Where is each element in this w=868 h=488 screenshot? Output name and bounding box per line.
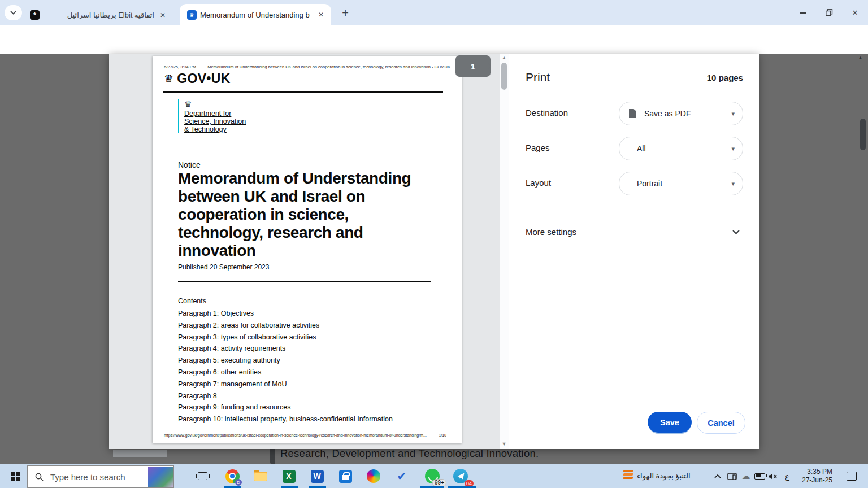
search-highlight-artwork[interactable] [148,467,173,487]
minimize-icon [800,12,806,14]
settings-divider [509,206,759,206]
taskbar-copilot[interactable] [364,464,383,488]
todo-check-icon: ✔ [397,469,407,483]
scrollbar-thumb[interactable] [501,63,507,90]
chevron-up-icon [714,474,721,478]
weather-widget-label[interactable]: التنبؤ بجودة الهواء [637,464,691,488]
contents-item: Paragraph 5: executing authority [178,356,393,368]
pdf-file-icon [629,109,636,118]
task-view-icon [198,472,207,480]
print-preview-area: 6/27/25, 3:34 PM Memorandum of Understan… [109,54,509,449]
pages-dropdown[interactable]: All ▾ [619,137,743,160]
taskbar-whatsapp[interactable]: 99+ [423,464,442,488]
document-kicker: Notice [178,160,201,169]
page-scrollbar-thumb [860,119,866,150]
layout-label: Layout [526,172,551,194]
onedrive-error-icon[interactable]: ☁ [739,464,753,488]
destination-label: Destination [526,102,568,124]
action-center-button[interactable] [843,464,860,488]
dropdown-caret-icon: ▾ [731,180,735,188]
layout-dropdown[interactable]: Portrait ▾ [619,172,743,195]
title-rule [178,281,431,282]
restore-icon [826,9,833,16]
save-button[interactable]: Save [648,412,692,433]
dimmed-quote-bar [270,447,275,464]
input-language-indicator[interactable]: ع [781,464,793,488]
tray-date: 27-Jun-25 [794,476,832,485]
browser-toolbar: ← → ↻ www.gov.uk/government/publications… [0,25,868,54]
copilot-icon [367,469,380,483]
preview-scrollbar[interactable]: ▲ ▼ [500,54,509,449]
taskbar-search-box[interactable]: Type here to search [27,465,174,488]
more-settings-row[interactable]: More settings [509,221,759,243]
printed-page-header: 6/27/25, 3:34 PM Memorandum of Understan… [164,64,450,69]
tab-title: اتفاقية Elbit بريطانيا اسرائيل [43,11,154,19]
page-scrollbar-up-icon: ▲ [858,55,863,60]
cancel-button[interactable]: Cancel [697,412,745,434]
battery-icon[interactable] [753,464,766,488]
royal-crest-icon: ♛ [184,99,255,110]
tray-expand-button[interactable] [711,464,724,488]
taskbar-store[interactable] [336,464,355,488]
start-button[interactable] [5,464,27,488]
tab-elbit[interactable]: * اتفاقية Elbit بريطانيا اسرائيل ✕ [25,5,173,25]
taskbar-word[interactable]: W [307,464,327,488]
destination-dropdown[interactable]: Save as PDF ▾ [619,102,743,125]
close-tab-icon[interactable]: ✕ [316,10,326,20]
chevron-down-icon [732,230,740,234]
window-controls: ✕ [790,0,868,25]
printed-time: 6/27/25, 3:34 PM [164,64,196,69]
taskbar-excel[interactable]: X [279,464,298,488]
published-date: Published 20 September 2023 [178,263,269,271]
new-tab-button[interactable]: + [337,5,353,21]
chatgpt-favicon: * [30,10,40,20]
close-tab-icon[interactable]: ✕ [158,10,168,20]
taskbar-todo[interactable]: ✔ [392,464,411,488]
contents-list: Paragraph 1: ObjectivesParagraph 2: area… [178,310,393,427]
your-phone-icon[interactable] [725,464,739,488]
print-settings-panel: Print 10 pages Destination Save as PDF ▾… [509,54,759,449]
contents-heading: Contents [178,297,206,305]
tab-memorandum-active[interactable]: ♛ Memorandum of Understanding b ✕ [180,4,331,25]
windows-logo-icon [11,472,20,481]
word-icon: W [311,470,324,483]
task-view-button[interactable] [192,464,212,488]
scroll-down-icon[interactable]: ▼ [501,441,507,447]
tab-title: Memorandum of Understanding b [200,11,313,19]
printed-page-footer: https://www.gov.uk/government/publicatio… [164,433,446,437]
page-paragraph-fragment: Research, Development and Technological … [280,447,539,460]
excel-icon: X [283,470,296,483]
chrome-profile-badge: D [235,479,242,486]
weather-widget-icon[interactable] [623,469,635,480]
restore-button[interactable] [816,3,842,23]
taskbar-chrome[interactable]: D [223,464,242,488]
preview-page-1: 6/27/25, 3:34 PM Memorandum of Understan… [153,56,462,443]
department-link[interactable]: Department for Science, Innovation & Tec… [184,110,255,133]
volume-muted-icon[interactable] [766,464,779,488]
pages-label: Pages [526,137,550,159]
document-title: Memorandum of Understanding between UK a… [178,169,422,260]
destination-value: Save as PDF [644,109,731,118]
tab-search-button[interactable] [5,5,22,20]
govuk-favicon: ♛ [187,10,197,20]
close-window-button[interactable]: ✕ [842,3,868,23]
action-center-icon [847,472,857,481]
more-settings-label: More settings [526,221,576,243]
taskbar-telegram[interactable]: 04 [451,464,470,488]
whatsapp-badge: 99+ [432,479,446,487]
contents-item: Paragraph 4: activity requirements [178,345,393,356]
dropdown-caret-icon: ▾ [731,145,735,152]
tab-strip: * اتفاقية Elbit بريطانيا اسرائيل ✕ ♛ Mem… [0,0,868,25]
contents-item: Paragraph 3: types of collaborative acti… [178,333,393,345]
contents-item: Paragraph 8 [178,392,393,404]
scroll-up-icon[interactable]: ▲ [501,55,507,60]
contents-item: Paragraph 1: Objectives [178,310,393,321]
taskbar-file-explorer[interactable] [251,464,270,488]
contents-item: Paragraph 2: areas for collaborative act… [178,321,393,333]
govuk-logo-text: GOV•UK [177,71,230,86]
footer-page-number: 1/10 [439,433,446,437]
print-dialog-title: Print [526,71,550,84]
minimize-button[interactable] [790,3,816,23]
clock[interactable]: 3:35 PM 27-Jun-25 [794,464,832,488]
contents-item: Paragraph 9: funding and resources [178,403,393,415]
